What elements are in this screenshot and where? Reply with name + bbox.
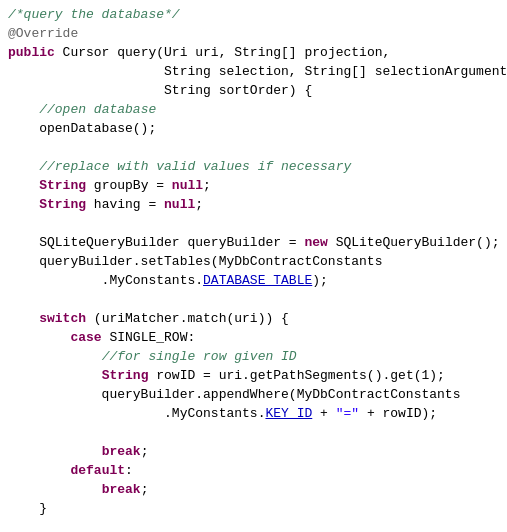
code-line-28 <box>0 519 507 532</box>
annotation-text: @Override <box>8 25 78 44</box>
code-line-9: //replace with valid values if necessary <box>0 158 507 177</box>
code-line-25: default: <box>0 462 507 481</box>
code-editor: /*query the database*/ @Override public … <box>0 0 507 532</box>
code-line-12 <box>0 215 507 234</box>
code-line-26: break; <box>0 481 507 500</box>
code-line-1: /*query the database*/ <box>0 6 507 25</box>
code-line-4: String selection, String[] selectionArgu… <box>0 63 507 82</box>
code-line-8 <box>0 139 507 158</box>
code-line-14: queryBuilder.setTables(MyDbContractConst… <box>0 253 507 272</box>
code-line-21: queryBuilder.appendWhere(MyDbContractCon… <box>0 386 507 405</box>
code-line-7: openDatabase(); <box>0 120 507 139</box>
comment-replace: //replace with valid values if necessary <box>39 158 351 177</box>
code-line-20: String rowID = uri.getPathSegments().get… <box>0 367 507 386</box>
code-line-24: break; <box>0 443 507 462</box>
code-line-6: //open database <box>0 101 507 120</box>
keyword-switch: switch <box>39 310 86 329</box>
comment-open-db: //open database <box>39 101 156 120</box>
code-line-2: @Override <box>0 25 507 44</box>
comment-single-row: //for single row given ID <box>102 348 297 367</box>
code-line-23 <box>0 424 507 443</box>
code-line-15: .MyConstants.DATABASE_TABLE); <box>0 272 507 291</box>
code-line-16 <box>0 291 507 310</box>
code-line-18: case SINGLE_ROW: <box>0 329 507 348</box>
code-line-22: .MyConstants.KEY_ID + "=" + rowID); <box>0 405 507 424</box>
code-line-11: String having = null; <box>0 196 507 215</box>
code-line-27: } <box>0 500 507 519</box>
comment-text: /*query the database*/ <box>8 6 180 25</box>
code-line-13: SQLiteQueryBuilder queryBuilder = new SQ… <box>0 234 507 253</box>
keyword-public: public <box>8 44 55 63</box>
code-line-17: switch (uriMatcher.match(uri)) { <box>0 310 507 329</box>
code-line-10: String groupBy = null; <box>0 177 507 196</box>
code-line-19: //for single row given ID <box>0 348 507 367</box>
code-line-3: public Cursor query(Uri uri, String[] pr… <box>0 44 507 63</box>
code-line-5: String sortOrder) { <box>0 82 507 101</box>
